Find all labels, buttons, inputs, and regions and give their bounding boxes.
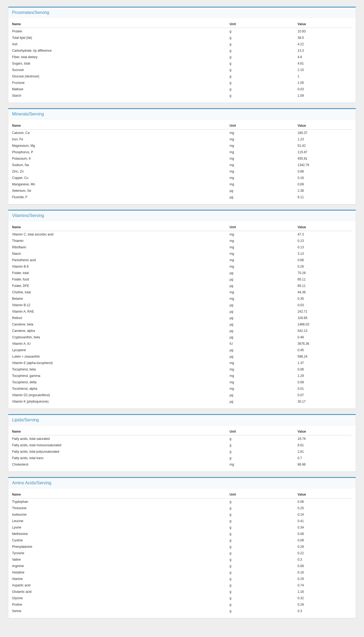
cell-name: Fatty acids, total saturated	[12, 435, 230, 442]
cell-name: Carbohydrate, by difference	[12, 47, 230, 54]
panel-body: NameUnitValueTryptophang0.06Threonineg0.…	[8, 488, 356, 618]
cell-name: Sodium, Na	[12, 162, 230, 168]
cell-unit: µg	[230, 308, 298, 315]
table-row: Thiaminmg0.13	[12, 238, 352, 244]
cell-value: 1.05	[298, 80, 352, 86]
cell-unit: mg	[230, 366, 298, 373]
cell-name: Ash	[12, 41, 230, 47]
cell-name: Zinc, Zn	[12, 168, 230, 175]
cell-value: 0.32	[298, 595, 352, 601]
cell-value: 115.87	[298, 149, 352, 155]
cell-value: 1	[298, 73, 352, 80]
cell-value: 4.81	[298, 60, 352, 67]
panel-body: NameUnitValueProteing10.93Total lipid (f…	[8, 18, 356, 103]
cell-unit: µg	[230, 398, 298, 405]
cell-name: Sucrose	[12, 67, 230, 73]
cell-unit: µg	[230, 334, 298, 340]
panel-body: NameUnitValueCalcium, Camg180.37Iron, Fe…	[8, 119, 356, 204]
table-row: Fiber, total dietaryg4.8	[12, 54, 352, 60]
cell-value: 51.42	[298, 143, 352, 149]
table-row: Pantothenic acidmg0.66	[12, 257, 352, 263]
cell-value: 47.3	[298, 231, 352, 238]
cell-value: 65.11	[298, 276, 352, 283]
table-row: Vitamin C, total ascorbic acidmg47.3	[12, 231, 352, 238]
cell-value: 0.28	[298, 601, 352, 608]
table-row: Lutein + zeaxanthinµg596.24	[12, 353, 352, 360]
cell-value: 86.96	[298, 461, 352, 468]
nutrition-panel: Amino Acids/ServingNameUnitValueTryptoph…	[8, 477, 356, 618]
cell-unit: g	[230, 41, 298, 47]
column-header-value: Value	[298, 122, 352, 129]
table-row: Glutamic acidg1.16	[12, 589, 352, 595]
cell-value: 0.08	[298, 531, 352, 537]
column-header-value: Value	[298, 491, 352, 498]
cell-name: Protein	[12, 28, 230, 35]
column-header-unit: Unit	[230, 21, 298, 28]
cell-value: 0.22	[298, 550, 352, 556]
column-header-name: Name	[12, 491, 230, 498]
cell-value: 0.03	[298, 302, 352, 308]
cell-value: 596.24	[298, 353, 352, 360]
cell-unit: g	[230, 60, 298, 67]
cell-unit: g	[230, 595, 298, 601]
table-row: Ashg4.22	[12, 41, 352, 47]
cell-unit: µg	[230, 276, 298, 283]
cell-name: Retinol	[12, 315, 230, 321]
nutrition-table: NameUnitValueFatty acids, total saturate…	[12, 428, 352, 468]
cell-value: 100.65	[298, 315, 352, 321]
cell-value: 180.37	[298, 129, 352, 136]
cell-unit: g	[230, 47, 298, 54]
table-row: Manganese, Mnmg0.69	[12, 181, 352, 188]
table-row: Magnesium, Mgmg51.42	[12, 143, 352, 149]
cell-value: 70.29	[298, 270, 352, 276]
cell-value: 2.15	[298, 67, 352, 73]
column-header-unit: Unit	[230, 122, 298, 129]
table-row: Tocopherol, gammamg1.29	[12, 373, 352, 379]
table-row: Phenylalanineg0.29	[12, 544, 352, 550]
table-row: Folate, totalµg70.29	[12, 270, 352, 276]
table-row: Carotene, betaµg1466.03	[12, 321, 352, 328]
cell-value: 44.36	[298, 289, 352, 295]
cell-value: 10.93	[298, 28, 352, 35]
cell-unit: mg	[230, 136, 298, 143]
table-row: Fatty acids, total monounsaturatedg8.61	[12, 442, 352, 448]
table-header-row: NameUnitValue	[12, 428, 352, 435]
cell-unit: g	[230, 35, 298, 41]
cell-value: 19.76	[298, 435, 352, 442]
table-row: Fructoseg1.05	[12, 80, 352, 86]
table-row: Arginineg0.58	[12, 563, 352, 569]
cell-unit: g	[230, 86, 298, 92]
cell-name: Vitamin A, RAE	[12, 308, 230, 315]
cell-unit: µg	[230, 283, 298, 289]
cell-name: Folate, food	[12, 276, 230, 283]
cell-unit: mg	[230, 295, 298, 302]
cell-name: Tocopherol, beta	[12, 366, 230, 373]
table-row: Glycineg0.32	[12, 595, 352, 601]
nutrition-table: NameUnitValueCalcium, Camg180.37Iron, Fe…	[12, 122, 352, 200]
cell-name: Magnesium, Mg	[12, 143, 230, 149]
cell-unit: g	[230, 505, 298, 511]
panel-title: Proximates/Serving	[8, 8, 356, 18]
table-row: Methionineg0.08	[12, 531, 352, 537]
cell-value: 1.09	[298, 92, 352, 99]
column-header-value: Value	[298, 21, 352, 28]
table-header-row: NameUnitValue	[12, 21, 352, 28]
cell-value: 0.13	[298, 244, 352, 250]
cell-value: 4.8	[298, 54, 352, 60]
cell-value: 0.3	[298, 556, 352, 563]
cell-value: 0.01	[298, 385, 352, 392]
cell-value: 455.91	[298, 155, 352, 162]
table-row: Fatty acids, total polyunsaturatedg2.81	[12, 448, 352, 455]
table-row: Tocopherol, deltamg0.09	[12, 379, 352, 385]
cell-name: Vitamin A, IU	[12, 340, 230, 347]
table-row: Betainemg0.35	[12, 295, 352, 302]
cell-name: Pantothenic acid	[12, 257, 230, 263]
cell-value: 542.13	[298, 328, 352, 334]
nutrition-panel: Lipids/ServingNameUnitValueFatty acids, …	[8, 414, 356, 472]
table-row: Carotene, alphaµg542.13	[12, 328, 352, 334]
cell-value: 0.13	[298, 238, 352, 244]
table-row: Tocopherol, betamg0.06	[12, 366, 352, 373]
cell-value: 1466.03	[298, 321, 352, 328]
cell-name: Iron, Fe	[12, 136, 230, 143]
cell-name: Fluoride, F	[12, 194, 230, 200]
